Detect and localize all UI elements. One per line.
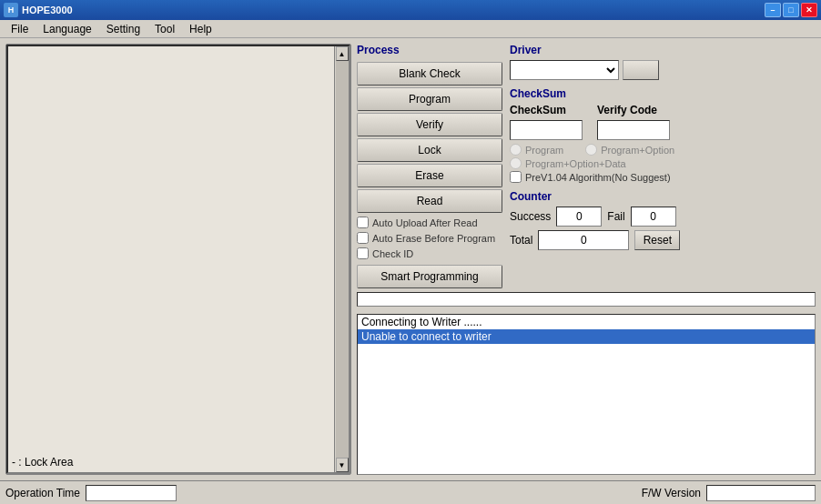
algo-checkbox[interactable]	[510, 171, 522, 183]
menu-tool[interactable]: Tool	[147, 22, 182, 36]
radio-program-option-data-label: Program+Option+Data	[525, 158, 626, 169]
scroll-down-button[interactable]: ▼	[336, 458, 349, 472]
fail-label: Fail	[607, 210, 624, 223]
menu-language[interactable]: Language	[35, 22, 98, 36]
log-item-0[interactable]: Connecting to Writer ......	[358, 315, 815, 329]
auto-upload-label: Auto Upload After Read	[372, 217, 478, 228]
minimize-button[interactable]: –	[765, 3, 781, 17]
title-controls: – □ ✕	[765, 3, 817, 17]
process-section: Process Blank Check Program Verify Lock …	[357, 44, 502, 288]
menu-bar: File Language Setting Tool Help	[0, 20, 821, 38]
left-panel: ▲ ▼ - : Lock Area	[5, 44, 351, 475]
total-label: Total	[510, 234, 532, 247]
title-bar-left: H HOPE3000	[4, 3, 73, 17]
program-button[interactable]: Program	[357, 87, 502, 111]
read-button[interactable]: Read	[357, 189, 502, 213]
checksum-input[interactable]	[510, 120, 583, 140]
fail-input[interactable]: 0	[631, 207, 676, 227]
title-bar: H HOPE3000 – □ ✕	[0, 0, 821, 20]
right-top-layout: Process Blank Check Program Verify Lock …	[357, 44, 816, 288]
driver-btn[interactable]	[623, 60, 659, 80]
log-area[interactable]: Connecting to Writer ...... Unable to co…	[357, 314, 816, 475]
operation-time-label: Operation Time	[5, 487, 80, 499]
radio-program-label: Program	[525, 145, 563, 156]
auto-erase-row: Auto Erase Before Program	[357, 232, 502, 244]
reset-button[interactable]: Reset	[634, 230, 680, 250]
radio-program-data-row: Program+Option+Data	[510, 157, 680, 169]
checksum-col-label: CheckSum	[510, 104, 583, 116]
auto-erase-label: Auto Erase Before Program	[372, 233, 495, 244]
counter-success-fail-row: Success 0 Fail 0	[510, 207, 680, 227]
blank-check-button[interactable]: Blank Check	[357, 62, 502, 86]
app-icon: H	[4, 3, 18, 17]
driver-row	[510, 60, 680, 80]
scrollbar-right: ▲ ▼	[334, 46, 349, 472]
verify-input[interactable]	[597, 120, 670, 140]
verify-button[interactable]: Verify	[357, 113, 502, 136]
verify-col-label: Verify Code	[597, 104, 657, 116]
driver-select[interactable]	[510, 60, 619, 80]
auto-upload-checkbox[interactable]	[357, 217, 369, 228]
scroll-track	[336, 61, 349, 458]
title-text: HOPE3000	[22, 5, 73, 15]
main-content: ▲ ▼ - : Lock Area Process Blank Check Pr…	[0, 38, 821, 480]
radio-program-option-label: Program+Option	[601, 145, 674, 156]
check-id-checkbox[interactable]	[357, 247, 369, 259]
checksum-inputs-row	[510, 120, 680, 140]
right-panel: Process Blank Check Program Verify Lock …	[357, 44, 816, 475]
counter-section: Counter Success 0 Fail 0 Total 0 Reset	[510, 190, 680, 254]
erase-button[interactable]: Erase	[357, 164, 502, 187]
maximize-button[interactable]: □	[783, 3, 799, 17]
smart-programming-button[interactable]: Smart Programming	[357, 265, 502, 288]
driver-section: Driver	[510, 44, 680, 80]
success-label: Success	[510, 210, 551, 223]
radio-program-row: Program Program+Option	[510, 144, 680, 156]
scroll-up-button[interactable]: ▲	[336, 46, 349, 61]
progress-bar-container	[357, 292, 816, 307]
total-input[interactable]: 0	[538, 230, 629, 250]
menu-help[interactable]: Help	[182, 22, 219, 36]
auto-erase-checkbox[interactable]	[357, 232, 369, 244]
success-input[interactable]: 0	[556, 207, 602, 227]
checksum-section: CheckSum CheckSum Verify Code Program Pr…	[510, 87, 680, 183]
counter-title: Counter	[510, 190, 680, 203]
menu-file[interactable]: File	[4, 22, 35, 36]
process-title: Process	[357, 44, 502, 56]
close-button[interactable]: ✕	[801, 3, 817, 17]
lock-button[interactable]: Lock	[357, 138, 502, 162]
status-bar: Operation Time F/W Version	[0, 480, 821, 504]
operation-time-input[interactable]	[86, 485, 177, 501]
algo-label: PreV1.04 Algorithm(No Suggest)	[525, 172, 671, 183]
fw-version-label: F/W Version	[642, 487, 701, 499]
check-id-row: Check ID	[357, 247, 502, 259]
menu-setting[interactable]: Setting	[99, 22, 147, 36]
radio-program-option[interactable]	[585, 144, 597, 156]
counter-total-row: Total 0 Reset	[510, 230, 680, 250]
fw-version-input[interactable]	[706, 485, 816, 501]
driver-title: Driver	[510, 44, 680, 56]
auto-upload-row: Auto Upload After Read	[357, 217, 502, 228]
lock-area-label: - : Lock Area	[12, 456, 73, 469]
checksum-labels-row: CheckSum Verify Code	[510, 104, 680, 116]
radio-program-option-data[interactable]	[510, 157, 522, 169]
algo-checkbox-row: PreV1.04 Algorithm(No Suggest)	[510, 171, 680, 183]
log-item-1[interactable]: Unable to connect to writer	[358, 329, 815, 344]
radio-program[interactable]	[510, 144, 522, 156]
left-panel-inner: ▲ ▼ - : Lock Area	[6, 45, 350, 474]
checksum-title: CheckSum	[510, 87, 680, 100]
check-id-label: Check ID	[372, 248, 413, 259]
driver-checksum-col: Driver CheckSum CheckSum Verify Code	[510, 44, 680, 288]
